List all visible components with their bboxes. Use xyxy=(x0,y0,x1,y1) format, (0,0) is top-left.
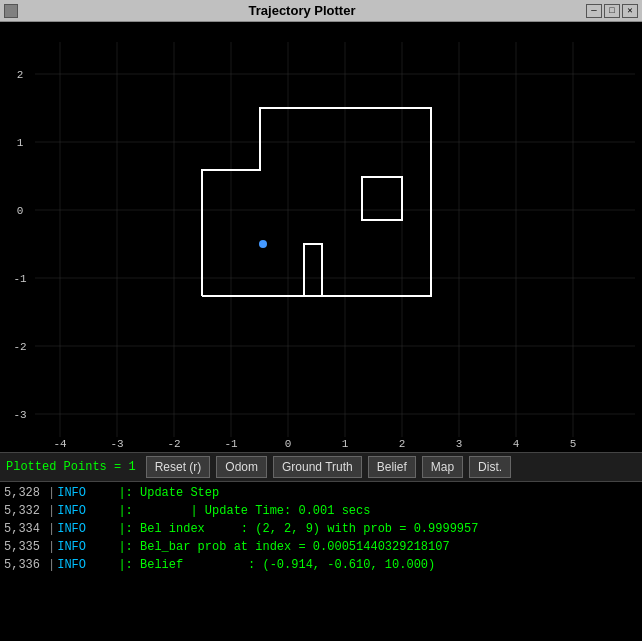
log-line: 5,336 | INFO |: Belief : (-0.914, -0.610… xyxy=(4,556,638,574)
log-area: 5,328 | INFO |: Update Step 5,332 | INFO… xyxy=(0,482,642,641)
svg-text:1: 1 xyxy=(17,137,24,149)
map-button[interactable]: Map xyxy=(422,456,463,478)
svg-text:1: 1 xyxy=(342,438,349,450)
app-icon xyxy=(4,4,18,18)
log-msg-4: |: Belief : (-0.914, -0.610, 10.000) xyxy=(118,556,435,574)
maximize-button[interactable]: □ xyxy=(604,4,620,18)
svg-text:-4: -4 xyxy=(53,438,67,450)
svg-rect-0 xyxy=(0,22,642,452)
svg-text:5: 5 xyxy=(570,438,577,450)
belief-button[interactable]: Belief xyxy=(368,456,416,478)
close-button[interactable]: ✕ xyxy=(622,4,638,18)
svg-text:-1: -1 xyxy=(13,273,27,285)
minimize-button[interactable]: ─ xyxy=(586,4,602,18)
ground-truth-button[interactable]: Ground Truth xyxy=(273,456,362,478)
svg-text:-2: -2 xyxy=(167,438,180,450)
svg-text:4: 4 xyxy=(513,438,520,450)
reset-button[interactable]: Reset (r) xyxy=(146,456,211,478)
log-num-0: 5,328 xyxy=(4,484,46,502)
window-title: Trajectory Plotter xyxy=(249,3,356,18)
dist-button[interactable]: Dist. xyxy=(469,456,511,478)
log-msg-1: |: | Update Time: 0.001 secs xyxy=(118,502,370,520)
toolbar: Plotted Points = 1 Reset (r) Odom Ground… xyxy=(0,452,642,482)
svg-text:-3: -3 xyxy=(13,409,26,421)
title-bar: Trajectory Plotter ─ □ ✕ xyxy=(0,0,642,22)
plot-area: 2 1 0 -1 -2 -3 -4 -3 -2 -1 0 1 2 3 4 5 xyxy=(0,22,642,452)
log-msg-0: |: Update Step xyxy=(118,484,219,502)
log-level-4: INFO xyxy=(57,556,107,574)
log-num-2: 5,334 xyxy=(4,520,46,538)
svg-text:-2: -2 xyxy=(13,341,26,353)
trajectory-plot: 2 1 0 -1 -2 -3 -4 -3 -2 -1 0 1 2 3 4 5 xyxy=(0,22,642,452)
svg-point-35 xyxy=(259,240,267,248)
log-line: 5,335 | INFO |: Bel_bar prob at index = … xyxy=(4,538,638,556)
log-level-2: INFO xyxy=(57,520,107,538)
svg-text:3: 3 xyxy=(456,438,463,450)
log-num-3: 5,335 xyxy=(4,538,46,556)
svg-text:2: 2 xyxy=(17,69,24,81)
log-num-4: 5,336 xyxy=(4,556,46,574)
log-level-3: INFO xyxy=(57,538,107,556)
svg-text:0: 0 xyxy=(285,438,292,450)
svg-text:2: 2 xyxy=(399,438,406,450)
plotted-points-label: Plotted Points = 1 xyxy=(6,460,136,474)
window-controls: ─ □ ✕ xyxy=(586,4,638,18)
log-msg-3: |: Bel_bar prob at index = 0.00051440329… xyxy=(118,538,449,556)
log-level-0: INFO xyxy=(57,484,107,502)
log-level-1: INFO xyxy=(57,502,107,520)
svg-text:-3: -3 xyxy=(110,438,123,450)
log-line: 5,332 | INFO |: | Update Time: 0.001 sec… xyxy=(4,502,638,520)
log-line: 5,334 | INFO |: Bel index : (2, 2, 9) wi… xyxy=(4,520,638,538)
log-line: 5,328 | INFO |: Update Step xyxy=(4,484,638,502)
log-num-1: 5,332 xyxy=(4,502,46,520)
log-msg-2: |: Bel index : (2, 2, 9) with prob = 0.9… xyxy=(118,520,478,538)
odom-button[interactable]: Odom xyxy=(216,456,267,478)
svg-text:0: 0 xyxy=(17,205,24,217)
svg-text:-1: -1 xyxy=(224,438,238,450)
